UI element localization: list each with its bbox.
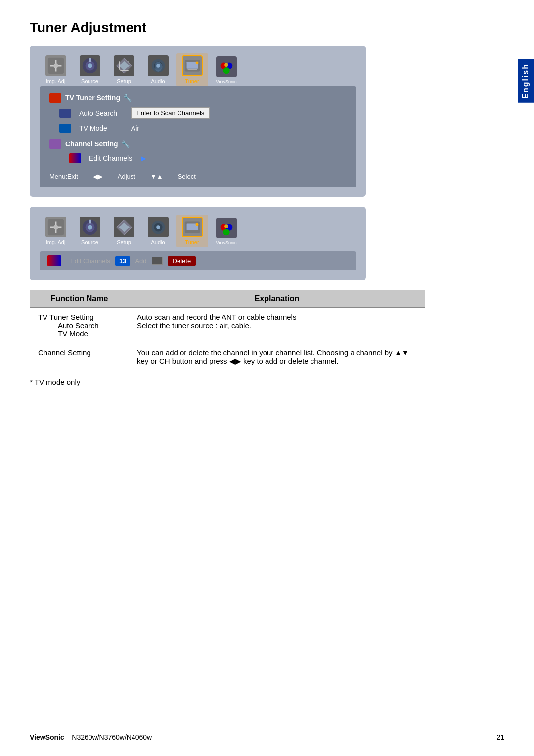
viewsonic-label-2: ViewSonic — [216, 240, 237, 245]
wrench-icon: 🔧 — [123, 94, 132, 102]
edit-channels-bar: Edit Channels 13 Add Delete — [40, 251, 356, 270]
auto-search-explanation: Auto scan and record the ANT or cable ch… — [137, 313, 417, 321]
tv-mode-explanation: Select the tuner source : air, cable. — [137, 321, 417, 330]
svg-point-20 — [223, 67, 229, 74]
function-name-header: Function Name — [30, 290, 129, 308]
svg-rect-29 — [89, 220, 91, 224]
up-down-arrows-icon: ▼▲ — [150, 173, 163, 180]
sidebar-item-imgadj[interactable]: Img. Adj — [40, 53, 72, 86]
sidebar-item-tuner-2[interactable]: Tuner — [176, 215, 208, 247]
edit-channels-label: Edit Channels — [89, 154, 132, 162]
tuner-label: Tuner — [185, 78, 199, 84]
left-right-arrows-icon: ◀▶ — [93, 173, 103, 180]
adjust-label: Adjust — [118, 173, 135, 180]
table-row-channel-setting: Channel Setting You can add or delete th… — [30, 343, 425, 371]
tv-mode-value: Air — [131, 124, 139, 132]
sidebar-item-setup[interactable]: Setup — [108, 53, 140, 86]
svg-point-3 — [53, 63, 58, 68]
top-menu-tabs-2: Img. Adj Source Setup — [40, 212, 356, 247]
channel-set-icon — [49, 139, 61, 149]
svg-point-25 — [53, 225, 58, 230]
auto-search-label: Auto Search — [79, 109, 117, 117]
english-tab: English — [518, 59, 534, 103]
source-label: Source — [81, 78, 98, 84]
footnote: * TV mode only — [30, 378, 504, 386]
audio-label-2: Audio — [151, 239, 165, 245]
tv-mode-label: TV Mode — [79, 124, 107, 132]
menu-exit-label: Menu:Exit — [49, 173, 78, 180]
sidebar-item-viewsonic-2[interactable]: ViewSonic — [210, 216, 242, 247]
svg-rect-7 — [89, 58, 91, 62]
footer-model: N3260w/N3760w/N4060w — [72, 733, 152, 741]
tv-mode-icon — [59, 124, 71, 133]
enter-scan-button[interactable]: Enter to Scan Channels — [131, 107, 210, 119]
sidebar-item-source[interactable]: Source — [74, 53, 106, 86]
edit-channels-bar-label: Edit Channels — [70, 257, 110, 265]
source-label-2: Source — [81, 239, 98, 245]
setup-label-2: Setup — [117, 239, 131, 245]
channel-setting-title: Channel Setting 🔧 — [49, 139, 346, 149]
sidebar-item-source-2[interactable]: Source — [74, 215, 106, 247]
top-menu-tabs: Img. Adj Source — [40, 50, 356, 86]
sidebar-item-setup-2[interactable]: Setup — [108, 215, 140, 247]
tv-tuner-setting-cell: TV Tuner Setting — [38, 313, 121, 321]
viewsonic-label: ViewSonic — [216, 79, 237, 84]
svg-point-40 — [223, 229, 229, 235]
svg-point-21 — [224, 63, 228, 67]
svg-point-34 — [156, 225, 160, 229]
sidebar-item-imgadj-2[interactable]: Img. Adj — [40, 215, 72, 247]
menu-bar-1: Img. Adj Source — [30, 46, 366, 197]
arrow-right-icon: ▶ — [141, 154, 146, 162]
table-row-tv-tuner: TV Tuner Setting Auto Search TV Mode Aut… — [30, 308, 425, 343]
edit-channels-row[interactable]: Edit Channels ▶ — [49, 151, 346, 166]
auto-search-icon — [59, 109, 71, 118]
sidebar-item-tuner[interactable]: Tuner — [176, 53, 208, 86]
function-table: Function Name Explanation TV Tuner Setti… — [30, 290, 425, 371]
tv-tuner-name-cell: TV Tuner Setting Auto Search TV Mode — [30, 308, 129, 343]
submenu-panel: TV Tuner Setting 🔧 Auto Search Enter to … — [40, 86, 356, 187]
svg-point-13 — [156, 64, 160, 68]
explanation-header: Explanation — [129, 290, 425, 308]
edit-icon-square — [152, 257, 163, 265]
footer-page-number: 21 — [496, 733, 504, 741]
page-title: Tuner Adjustment — [30, 20, 504, 36]
sidebar-item-audio[interactable]: Audio — [142, 53, 174, 86]
svg-point-28 — [88, 225, 92, 230]
tuner-label-2: Tuner — [185, 239, 199, 245]
svg-point-41 — [224, 224, 228, 228]
auto-search-row[interactable]: Auto Search Enter to Scan Channels — [49, 105, 346, 121]
channel-wrench-icon: 🔧 — [121, 140, 130, 148]
imgadj-label-2: Img. Adj — [46, 239, 66, 245]
select-label: Select — [178, 173, 196, 180]
channel-setting-name-cell: Channel Setting — [30, 343, 129, 371]
imgadj-label: Img. Adj — [46, 78, 66, 84]
tv-tuner-explanation-cell: Auto scan and record the ANT or cable ch… — [129, 308, 425, 343]
tv-tuner-icon — [49, 93, 61, 103]
setup-label: Setup — [117, 78, 131, 84]
tv-mode-cell: TV Mode — [38, 330, 121, 338]
channel-setting-explanation-cell: You can add or delete the channel in you… — [129, 343, 425, 371]
edit-channel-number: 13 — [115, 256, 130, 266]
svg-point-17 — [195, 61, 198, 64]
svg-point-37 — [195, 223, 198, 226]
sidebar-item-audio-2[interactable]: Audio — [142, 215, 174, 247]
audio-label: Audio — [151, 78, 165, 84]
footer-brand-model: ViewSonic N3260w/N3760w/N4060w — [30, 733, 152, 741]
sidebar-item-viewsonic[interactable]: ViewSonic — [210, 54, 242, 86]
submenu-toolbar: Menu:Exit ◀▶ Adjust ▼▲ Select — [49, 173, 346, 180]
footer: ViewSonic N3260w/N3760w/N4060w 21 — [30, 729, 504, 741]
footer-brand: ViewSonic — [30, 733, 64, 741]
tv-tuner-setting-title: TV Tuner Setting 🔧 — [49, 93, 346, 103]
auto-search-cell: Auto Search — [38, 321, 121, 330]
edit-add-label: Add — [135, 257, 146, 265]
edit-channels-icon — [69, 153, 81, 163]
edit-bar-icon — [47, 255, 61, 266]
svg-point-6 — [88, 63, 92, 68]
edit-delete-button[interactable]: Delete — [168, 256, 196, 266]
tv-mode-row[interactable]: TV Mode Air — [49, 121, 346, 135]
menu-bar-2: Img. Adj Source Setup — [30, 207, 366, 280]
